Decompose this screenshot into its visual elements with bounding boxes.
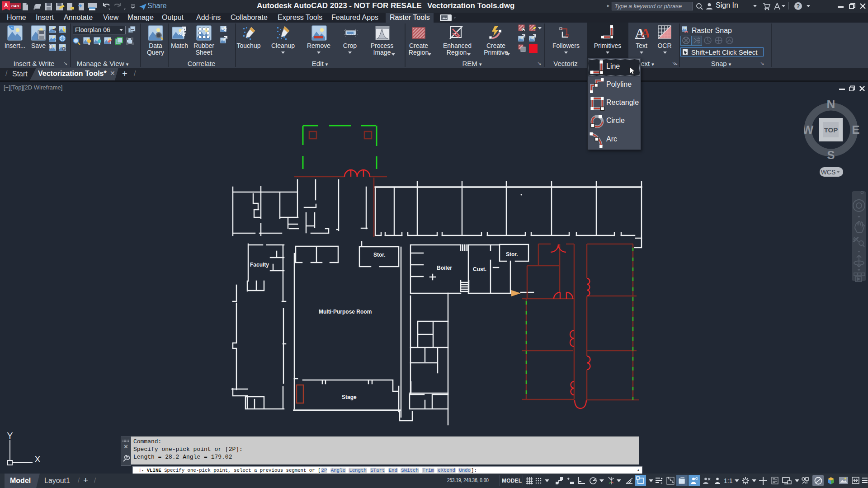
svg-text:Stor.: Stor. bbox=[506, 251, 518, 258]
svg-text:Multi-Purpose Room: Multi-Purpose Room bbox=[319, 309, 372, 315]
svg-text:Stage: Stage bbox=[342, 394, 357, 400]
svg-text:Faculty: Faculty bbox=[250, 262, 269, 268]
svg-text:Boiler: Boiler bbox=[437, 265, 452, 271]
svg-text:Stor.: Stor. bbox=[373, 252, 386, 258]
svg-text:Cust.: Cust. bbox=[473, 266, 486, 272]
